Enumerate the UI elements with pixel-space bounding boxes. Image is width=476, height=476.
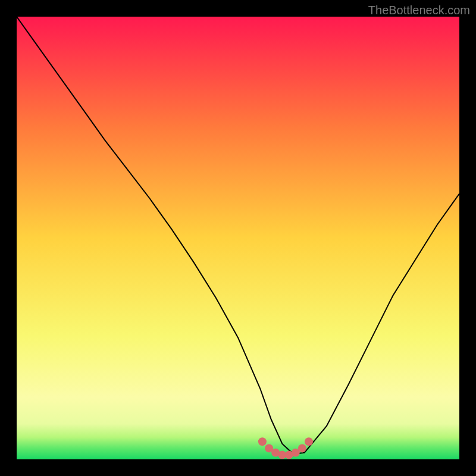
svg-point-8: [305, 437, 313, 446]
svg-point-7: [298, 444, 306, 452]
watermark-text: TheBottleneck.com: [368, 4, 470, 17]
chart-plot-area: [17, 17, 459, 459]
svg-point-1: [258, 437, 267, 446]
chart-optimal-markers: [17, 17, 459, 459]
